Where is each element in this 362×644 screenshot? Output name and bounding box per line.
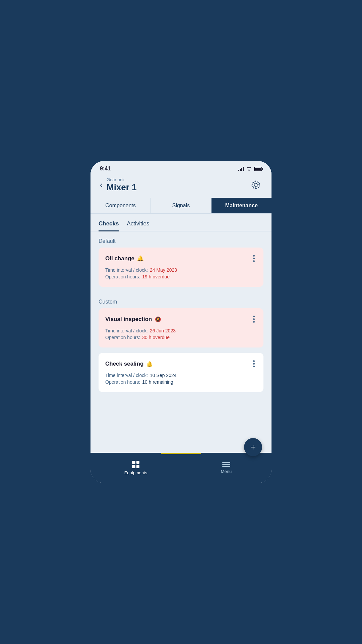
tab-components[interactable]: Components xyxy=(90,198,151,213)
card-header: Oil change 🔔 xyxy=(105,254,257,263)
status-bar: 9:41 xyxy=(90,161,272,174)
battery-icon xyxy=(254,167,262,171)
back-button[interactable]: ‹ xyxy=(100,181,103,189)
card-title: Check sealing xyxy=(105,361,143,367)
time-interval-value: 26 Jun 2023 xyxy=(150,328,176,333)
card-title-row: Check sealing 🔔 xyxy=(105,361,153,367)
sub-tab-checks[interactable]: Checks xyxy=(99,216,119,231)
bell-muted-icon: 🔕 xyxy=(155,316,161,322)
top-tabs: Components Signals Maintenance xyxy=(90,198,272,214)
operation-hours-row: Operation hours: 30 h overdue xyxy=(105,335,257,340)
status-icons xyxy=(238,166,262,171)
bottom-nav: Equipments Menu xyxy=(90,453,272,483)
phone-frame: 9:41 ‹ Gear unit Mixer 1 xyxy=(90,161,272,483)
bell-icon: 🔔 xyxy=(146,361,153,367)
header-title-block: Gear unit Mixer 1 xyxy=(107,177,137,193)
header-title: Mixer 1 xyxy=(107,182,137,193)
signal-icon xyxy=(238,166,244,171)
time-interval-value: 10 Sep 2024 xyxy=(150,373,176,378)
card-visual-inspection: Visual inspection 🔕 Time interval / cloc… xyxy=(99,308,263,347)
add-button[interactable]: + xyxy=(244,438,262,456)
tab-maintenance[interactable]: Maintenance xyxy=(212,198,272,213)
more-button[interactable] xyxy=(251,359,257,369)
card-title-row: Oil change 🔔 xyxy=(105,255,144,262)
card-header: Check sealing 🔔 xyxy=(105,359,257,369)
operation-hours-row: Operation hours: 19 h overdue xyxy=(105,274,257,279)
card-header: Visual inspection 🔕 xyxy=(105,314,257,324)
settings-icon[interactable] xyxy=(249,178,262,191)
operation-value: 30 h overdue xyxy=(142,335,170,340)
sub-tabs: Checks Activities xyxy=(90,216,272,231)
time-interval-row: Time interval / clock: 10 Sep 2024 xyxy=(105,373,257,378)
section-label-custom: Custom xyxy=(90,292,272,308)
header-subtitle: Gear unit xyxy=(107,177,137,182)
wifi-icon xyxy=(246,166,252,171)
sub-tab-activities[interactable]: Activities xyxy=(127,216,149,231)
content-area: Checks Activities Default Oil change 🔔 xyxy=(90,214,272,453)
nav-equipments[interactable]: Equipments xyxy=(90,458,181,479)
nav-menu[interactable]: Menu xyxy=(181,459,272,477)
card-title: Visual inspection xyxy=(105,316,152,323)
nav-menu-label: Menu xyxy=(221,469,232,474)
time-interval-value: 24 May 2023 xyxy=(150,267,177,273)
operation-value: 19 h overdue xyxy=(142,274,170,279)
more-button[interactable] xyxy=(251,314,257,324)
plus-icon: + xyxy=(250,442,256,452)
more-button[interactable] xyxy=(251,254,257,263)
bell-icon: 🔔 xyxy=(137,255,144,262)
card-title: Oil change xyxy=(105,255,134,262)
operation-hours-row: Operation hours: 10 h remaining xyxy=(105,379,257,385)
card-title-row: Visual inspection 🔕 xyxy=(105,316,161,323)
svg-point-0 xyxy=(254,183,257,186)
time-interval-row: Time interval / clock: 26 Jun 2023 xyxy=(105,328,257,333)
nav-equipments-label: Equipments xyxy=(124,470,147,475)
time-interval-row: Time interval / clock: 24 May 2023 xyxy=(105,267,257,273)
section-label-default: Default xyxy=(90,231,272,248)
tab-signals[interactable]: Signals xyxy=(151,198,211,213)
menu-icon xyxy=(222,462,230,467)
equipments-icon xyxy=(132,461,139,468)
active-indicator xyxy=(161,453,201,454)
header: ‹ Gear unit Mixer 1 xyxy=(90,174,272,198)
status-time: 9:41 xyxy=(100,166,111,172)
card-oil-change: Oil change 🔔 Time interval / clock: 24 M… xyxy=(99,248,263,287)
operation-value: 10 h remaining xyxy=(142,379,173,385)
header-left: ‹ Gear unit Mixer 1 xyxy=(100,177,137,193)
card-check-sealing: Check sealing 🔔 Time interval / clock: 1… xyxy=(99,353,263,392)
